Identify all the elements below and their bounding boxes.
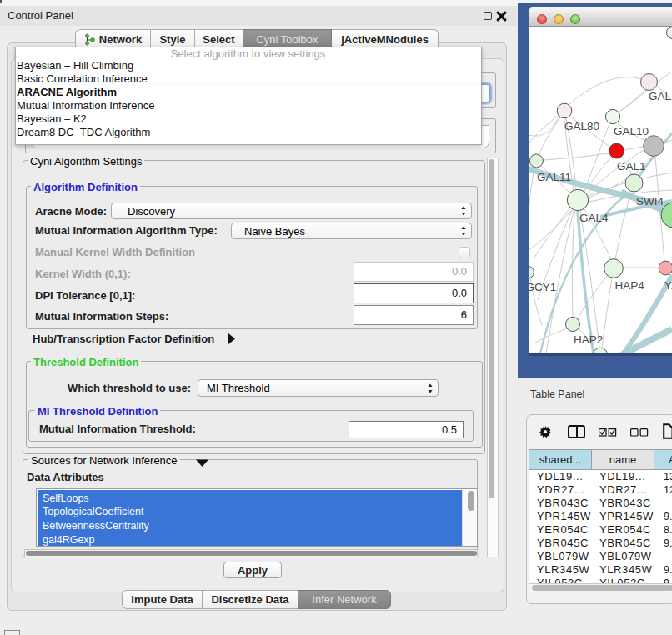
svg-text:GAL4: GAL4 — [579, 212, 609, 224]
svg-text:GAL10: GAL10 — [614, 125, 649, 138]
svg-text:GAL1: GAL1 — [617, 160, 646, 172]
svg-text:HAP4: HAP4 — [615, 279, 645, 292]
svg-text:GAL11: GAL11 — [537, 171, 571, 183]
svg-text:GAL...: GAL... — [649, 90, 672, 102]
svg-text:Y...: Y... — [664, 279, 672, 292]
svg-text:GAL80: GAL80 — [564, 120, 599, 132]
svg-text:SWI4: SWI4 — [636, 195, 664, 208]
svg-text:HAP2: HAP2 — [574, 333, 603, 346]
svg-text:GCY1: GCY1 — [529, 281, 556, 293]
